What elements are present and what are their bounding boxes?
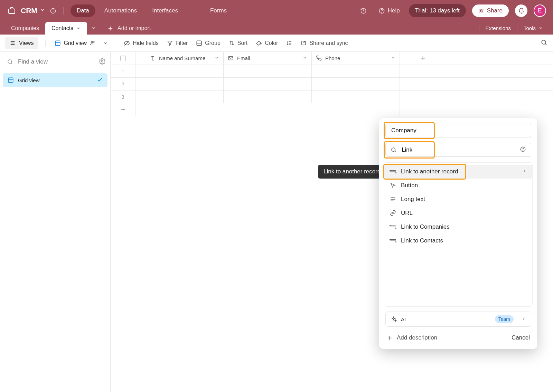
share-label: Share [487, 7, 503, 14]
grid-icon [8, 77, 14, 83]
cell[interactable] [312, 90, 400, 103]
cell[interactable] [224, 65, 312, 77]
info-icon[interactable] [50, 8, 56, 14]
grid-view-button[interactable]: Grid view [50, 38, 112, 48]
column-header-email[interactable]: Email [224, 52, 312, 65]
popover-footer: Add description Cancel [381, 327, 536, 343]
view-item-grid-view[interactable]: Grid view [3, 73, 107, 87]
trial-pill[interactable]: Trial: 13 days left [409, 4, 466, 17]
svg-line-31 [11, 63, 12, 64]
tools-label: Tools [524, 25, 536, 31]
avatar[interactable]: E [534, 4, 546, 17]
cell[interactable] [224, 90, 312, 103]
views-sidebar: Grid view [0, 52, 111, 392]
add-column-button[interactable] [400, 52, 446, 65]
table-tab-contacts-label: Contacts [51, 25, 73, 31]
field-type-search-wrap[interactable] [385, 143, 531, 157]
nav-forms[interactable]: Forms [204, 4, 233, 17]
nav-interfaces[interactable]: Interfaces [146, 4, 184, 17]
field-type-search-input[interactable] [401, 146, 516, 154]
hide-fields-label: Hide fields [133, 40, 159, 46]
email-icon [228, 55, 234, 61]
add-row-button[interactable] [111, 103, 553, 116]
help-button[interactable]: Help [376, 5, 403, 16]
group-button[interactable]: Group [192, 38, 224, 48]
row-height-button[interactable] [282, 38, 297, 48]
share-button[interactable]: Share [472, 4, 509, 17]
nav-data[interactable]: Data [71, 4, 95, 17]
table-row[interactable]: 2 [111, 78, 553, 90]
chevron-down-icon[interactable] [214, 55, 219, 61]
view-item-label: Grid view [18, 77, 40, 83]
sparkle-icon [391, 316, 397, 322]
notifications-button[interactable] [515, 4, 527, 17]
cell[interactable] [400, 90, 446, 103]
field-type-link-to-contacts[interactable]: Link to Contacts [384, 234, 532, 248]
svg-rect-26 [302, 41, 306, 45]
table-row[interactable]: 1 [111, 65, 553, 78]
sort-button[interactable]: Sort [225, 38, 252, 48]
table-tab-caret[interactable] [87, 22, 100, 35]
chevron-down-icon [76, 26, 81, 31]
add-description-button[interactable]: Add description [387, 334, 437, 341]
field-type-list: Link to another record Button Long text … [384, 162, 533, 307]
toolbar-separator [45, 40, 46, 47]
add-or-import-button[interactable]: Add or import [102, 22, 156, 35]
field-name-input-wrap[interactable] [385, 124, 531, 137]
table-tab-companies[interactable]: Companies [5, 22, 45, 35]
field-config-popover: Link to another record Button Long text … [379, 118, 537, 349]
ai-field-button[interactable]: AI Team [385, 312, 531, 327]
cell[interactable] [135, 78, 224, 90]
color-button[interactable]: Color [252, 38, 282, 48]
checkbox-icon [120, 56, 126, 61]
cursor-icon [390, 182, 396, 189]
app-name-caret-icon[interactable] [40, 7, 45, 14]
svg-point-16 [91, 41, 92, 43]
svg-point-7 [482, 9, 483, 10]
field-type-long-text[interactable]: Long text [384, 192, 532, 206]
search-button[interactable] [538, 36, 550, 50]
svg-point-5 [382, 12, 382, 12]
filter-button[interactable]: Filter [163, 38, 192, 48]
column-header-phone[interactable]: Phone [312, 52, 400, 65]
views-toggle[interactable]: Views [5, 37, 38, 49]
find-view-search[interactable] [3, 55, 97, 68]
chevron-down-icon[interactable] [391, 55, 395, 61]
find-view-input[interactable] [17, 58, 93, 66]
history-icon[interactable] [357, 6, 369, 16]
chevron-down-icon[interactable] [302, 55, 307, 61]
chevron-right-icon [521, 316, 526, 322]
field-type-button[interactable]: Button [384, 179, 532, 192]
extensions-button[interactable]: Extensions [479, 21, 517, 35]
cell[interactable] [400, 65, 446, 77]
field-type-link-to-companies[interactable]: Link to Companies [384, 220, 532, 234]
share-sync-button[interactable]: Share and sync [297, 38, 352, 48]
select-all-cell[interactable] [111, 52, 135, 65]
cell[interactable] [312, 78, 400, 90]
svg-point-17 [93, 41, 94, 42]
cell[interactable] [135, 65, 224, 77]
column-header-name[interactable]: Name and Surname [135, 52, 224, 65]
hide-fields-button[interactable]: Hide fields [120, 38, 163, 48]
field-type-label: URL [401, 210, 413, 217]
cell[interactable] [135, 90, 224, 103]
table-tab-contacts[interactable]: Contacts [45, 22, 87, 35]
table-row[interactable]: 3 [111, 90, 553, 103]
help-icon[interactable] [520, 146, 526, 154]
cancel-button[interactable]: Cancel [512, 334, 530, 341]
nav-automations[interactable]: Automations [98, 4, 143, 17]
phone-icon [316, 55, 322, 61]
field-type-url[interactable]: URL [384, 206, 532, 220]
grid-view-label: Grid view [64, 40, 87, 46]
add-description-label: Add description [397, 334, 437, 341]
field-name-input[interactable] [391, 127, 526, 134]
field-type-link-to-another-record[interactable]: Link to another record [384, 165, 532, 179]
sidebar-settings-button[interactable] [97, 56, 107, 68]
long-text-icon [390, 196, 396, 202]
cell[interactable] [312, 65, 400, 77]
cell[interactable] [224, 78, 312, 90]
tools-button[interactable]: Tools [517, 21, 550, 35]
app-name[interactable]: CRM [21, 7, 37, 15]
text-field-icon [150, 56, 156, 61]
cell[interactable] [400, 78, 446, 90]
